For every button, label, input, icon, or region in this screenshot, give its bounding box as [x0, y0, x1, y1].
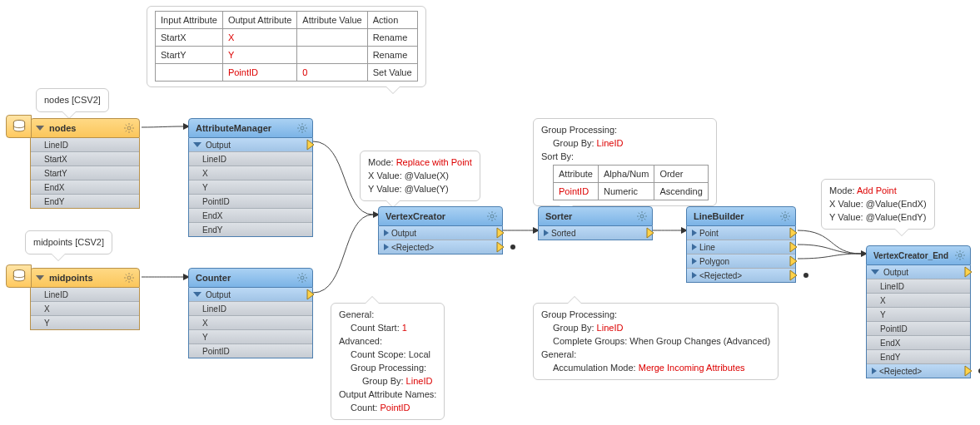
expand-icon[interactable] — [36, 126, 44, 131]
output-port[interactable]: Sorted — [539, 226, 652, 240]
reader-nodes[interactable]: nodes LineID StartX StartY EndX EndY — [30, 118, 140, 209]
port-connector-icon[interactable] — [306, 139, 318, 151]
gear-icon[interactable] — [122, 271, 136, 284]
svg-line-88 — [963, 252, 963, 253]
port-collapsed-icon[interactable] — [872, 368, 877, 374]
attr-row: LineID — [189, 151, 312, 166]
reader-label-nodes: nodes [CSV2] — [36, 88, 109, 112]
port-connector-icon[interactable] — [496, 241, 508, 253]
svg-marker-89 — [965, 267, 972, 277]
svg-line-13 — [132, 131, 132, 131]
rejected-port[interactable]: <Rejected> — [687, 268, 795, 282]
reader-midpoints[interactable]: midpoints LineID X Y — [30, 268, 140, 330]
svg-marker-79 — [790, 270, 797, 280]
transformer-vertex-creator[interactable]: VertexCreator Output <Rejected> — [378, 206, 503, 255]
terminator-icon — [510, 245, 515, 250]
gear-icon[interactable] — [296, 121, 309, 135]
svg-line-14 — [126, 131, 127, 131]
output-port[interactable]: Output — [189, 288, 312, 301]
port-connector-icon[interactable] — [306, 289, 318, 300]
port-connector-icon[interactable] — [646, 227, 658, 239]
transformer-sorter[interactable]: Sorter Sorted — [538, 206, 653, 240]
transformer-title: VertexCreator — [379, 211, 485, 221]
svg-point-7 — [127, 126, 131, 130]
params-vertex-creator: Mode: Replace with Point X Value: @Value… — [360, 151, 480, 201]
svg-marker-90 — [965, 366, 972, 376]
attr-row: LineID — [31, 288, 139, 301]
port-collapsed-icon[interactable] — [384, 230, 389, 236]
port-collapsed-icon[interactable] — [384, 244, 389, 250]
reader-icon — [6, 264, 32, 288]
transformer-vertex-creator-end[interactable]: VertexCreator_End Output LineID X Y Poin… — [866, 245, 971, 378]
svg-point-17 — [127, 276, 131, 279]
svg-line-52 — [495, 219, 495, 220]
svg-line-33 — [299, 131, 300, 131]
svg-marker-55 — [497, 228, 504, 238]
svg-line-64 — [639, 219, 639, 220]
output-port[interactable]: Output — [189, 138, 312, 151]
svg-line-34 — [305, 125, 306, 126]
svg-marker-78 — [790, 256, 797, 266]
port-collapsed-icon[interactable] — [544, 230, 549, 236]
port-connector-icon[interactable] — [964, 365, 976, 377]
svg-line-74 — [782, 219, 783, 220]
attr-row: Y — [31, 315, 139, 329]
svg-marker-77 — [790, 242, 797, 252]
svg-line-42 — [305, 280, 306, 281]
transformer-attribute-manager[interactable]: AttributeManager Output LineID X Y Point… — [188, 118, 313, 237]
svg-line-86 — [963, 258, 963, 259]
attr-row: PointID — [189, 343, 312, 358]
svg-line-44 — [305, 274, 306, 275]
gear-icon[interactable] — [635, 210, 649, 223]
svg-marker-56 — [497, 242, 504, 252]
output-port-line[interactable]: Line — [687, 240, 795, 254]
svg-point-36 — [301, 276, 304, 279]
params-attribute-manager: Input Attribute Output Attribute Attribu… — [147, 6, 426, 87]
attr-row: Y — [867, 307, 970, 321]
svg-line-32 — [305, 131, 306, 131]
port-connector-icon[interactable] — [964, 266, 976, 278]
gear-icon[interactable] — [779, 210, 792, 223]
transformer-title: AttributeManager — [189, 123, 296, 133]
port-connector-icon[interactable] — [496, 227, 508, 239]
gear-icon[interactable] — [122, 121, 136, 135]
svg-line-65 — [644, 213, 645, 214]
reader-label-midpoints: midpoints [CSV2] — [25, 230, 112, 255]
gear-icon[interactable] — [953, 249, 967, 262]
rejected-port[interactable]: <Rejected> — [379, 240, 502, 254]
rejected-port[interactable]: <Rejected> — [867, 363, 970, 378]
transformer-title: LineBuilder — [687, 211, 779, 221]
svg-line-63 — [644, 219, 645, 220]
port-expand-icon[interactable] — [193, 142, 201, 147]
expand-icon[interactable] — [36, 275, 44, 280]
svg-line-62 — [639, 213, 639, 214]
reader-icon — [6, 115, 32, 138]
svg-line-23 — [132, 280, 132, 281]
port-expand-icon[interactable] — [193, 292, 201, 297]
gear-icon[interactable] — [296, 271, 309, 284]
output-port[interactable]: Output — [379, 226, 502, 240]
svg-line-51 — [489, 213, 490, 214]
svg-line-25 — [132, 274, 132, 275]
params-line-builder: Group Processing: Group By: LineID Compl… — [533, 303, 779, 380]
transformer-line-builder[interactable]: LineBuilder Point Line Polygon <Rejected… — [686, 206, 796, 283]
output-port-polygon[interactable]: Polygon — [687, 254, 795, 268]
svg-line-87 — [957, 258, 958, 259]
svg-line-85 — [957, 252, 958, 253]
attr-row: Y — [189, 180, 312, 194]
attr-row: LineID — [867, 279, 970, 293]
output-port-point[interactable]: Point — [687, 226, 795, 240]
gear-icon[interactable] — [485, 210, 499, 223]
svg-line-31 — [299, 125, 300, 126]
output-port[interactable]: Output — [867, 265, 970, 279]
svg-point-26 — [301, 126, 304, 130]
svg-point-46 — [490, 215, 494, 218]
attr-row: PointID — [867, 321, 970, 335]
port-expand-icon[interactable] — [871, 269, 879, 274]
attr-row: LineID — [189, 301, 312, 315]
svg-point-80 — [958, 254, 962, 257]
attr-row: EndY — [31, 194, 139, 208]
attr-row: EndX — [31, 180, 139, 194]
transformer-counter[interactable]: Counter Output LineID X Y PointID — [188, 268, 313, 358]
svg-line-75 — [788, 213, 788, 214]
